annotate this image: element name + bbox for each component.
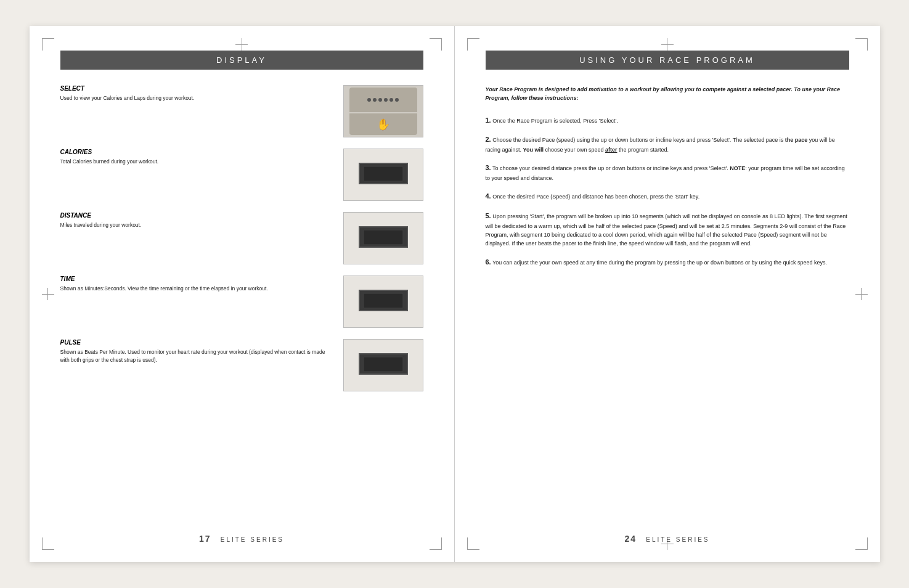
- led-5: [389, 98, 393, 102]
- distance-label: DISTANCE: [60, 212, 331, 219]
- display-item-select: SELECT Used to view your Calories and La…: [60, 85, 423, 137]
- calories-label: CALORIES: [60, 149, 331, 155]
- select-text: SELECT Used to view your Calories and La…: [60, 85, 331, 102]
- time-desc: Shown as Minutes:Seconds. View the time …: [60, 285, 331, 293]
- race-step-2: 2. Choose the desired Pace (speed) using…: [486, 134, 849, 154]
- step-2-num: 2.: [486, 136, 491, 143]
- left-page: DISPLAY SELECT Used to view your Calorie…: [30, 26, 455, 562]
- left-section-header: DISPLAY: [60, 51, 423, 70]
- display-item-distance: DISTANCE Miles traveled during your work…: [60, 212, 423, 264]
- page-container: DISPLAY SELECT Used to view your Calorie…: [0, 0, 909, 588]
- pulse-desc: Shown as Beats Per Minute. Used to monit…: [60, 348, 331, 364]
- crosshair-left: [42, 288, 54, 300]
- crosshair-top-right: [661, 38, 674, 51]
- time-console-image: [343, 276, 423, 328]
- distance-screen-inner: [363, 229, 403, 245]
- step-6-num: 6.: [486, 258, 491, 266]
- right-section-header: USING YOUR RACE PROGRAM: [486, 51, 849, 70]
- race-step-4: 4. Once the desired Pace (Speed) and dis…: [486, 191, 849, 202]
- calories-desc: Total Calories burned during your workou…: [60, 158, 331, 166]
- pulse-console-image: [343, 339, 423, 391]
- calories-text: CALORIES Total Calories burned during yo…: [60, 149, 331, 166]
- pulse-screen-inner: [363, 356, 403, 372]
- step-3-text: To choose your desired distance press th…: [486, 165, 845, 181]
- led-1: [367, 98, 371, 102]
- hand-icon: ✋: [377, 118, 390, 131]
- race-step-1: 1. Once the Race Program is selected, Pr…: [486, 115, 849, 126]
- race-step-3: 3. To choose your desired distance press…: [486, 163, 849, 182]
- book-spread: DISPLAY SELECT Used to view your Calorie…: [30, 26, 880, 562]
- right-page: USING YOUR RACE PROGRAM Your Race Progra…: [455, 26, 880, 562]
- led-3: [378, 98, 382, 102]
- race-intro: Your Race Program is designed to add mot…: [486, 85, 849, 103]
- pulse-text: PULSE Shown as Beats Per Minute. Used to…: [60, 339, 331, 364]
- corner-tl: [42, 38, 54, 51]
- crosshair-top-left: [235, 38, 248, 51]
- step-3-num: 3.: [486, 164, 491, 171]
- left-series-text: ELITE SERIES: [221, 536, 284, 543]
- distance-screen: [359, 226, 408, 248]
- display-item-pulse: PULSE Shown as Beats Per Minute. Used to…: [60, 339, 423, 391]
- left-page-footer: 17 ELITE SERIES: [30, 534, 454, 544]
- time-text: TIME Shown as Minutes:Seconds. View the …: [60, 276, 331, 293]
- race-step-5: 5. Upon pressing 'Start', the program wi…: [486, 211, 849, 248]
- distance-console-image: [343, 212, 423, 264]
- distance-text: DISTANCE Miles traveled during your work…: [60, 212, 331, 229]
- time-label: TIME: [60, 276, 331, 282]
- step-2-bold-2: You will: [523, 147, 544, 153]
- right-corner-tr: [855, 38, 868, 51]
- right-series-text: ELITE SERIES: [646, 536, 709, 543]
- right-corner-tl: [467, 38, 479, 51]
- select-bottom: ✋: [349, 113, 417, 135]
- display-item-calories: CALORIES Total Calories burned during yo…: [60, 149, 423, 201]
- step-6-text: You can adjust the your own speed at any…: [492, 259, 827, 266]
- select-top: [349, 88, 417, 112]
- step-2-bold-3: after: [605, 147, 618, 153]
- step-1-text: Once the Race Program is selected, Press…: [492, 118, 618, 124]
- time-screen: [359, 290, 408, 311]
- step-2-text: Choose the desired Pace (speed) using th…: [486, 137, 835, 153]
- left-page-number: 17: [199, 534, 211, 544]
- time-screen-inner: [363, 293, 403, 308]
- led-2: [373, 98, 377, 102]
- pulse-screen: [359, 353, 408, 375]
- step-4-text: Once the desired Pace (Speed) and distan…: [492, 194, 699, 200]
- display-item-time: TIME Shown as Minutes:Seconds. View the …: [60, 276, 423, 328]
- distance-desc: Miles traveled during your workout.: [60, 221, 331, 229]
- left-header-text: DISPLAY: [216, 55, 267, 65]
- step-2-bold-1: the pace: [785, 137, 808, 143]
- calories-screen-inner: [363, 166, 403, 181]
- calories-console-image: [343, 149, 423, 201]
- led-6: [395, 98, 399, 102]
- led-4: [384, 98, 388, 102]
- step-5-num: 5.: [486, 212, 491, 219]
- pulse-label: PULSE: [60, 339, 331, 346]
- corner-tr: [430, 38, 442, 51]
- step-3-note: NOTE: [730, 165, 745, 171]
- right-header-text: USING YOUR RACE PROGRAM: [579, 55, 755, 65]
- crosshair-right-center: [855, 288, 868, 300]
- step-5-text: Upon pressing 'Start', the program will …: [486, 213, 847, 247]
- step-1-num: 1.: [486, 116, 491, 124]
- right-page-footer: 24 ELITE SERIES: [455, 534, 880, 544]
- step-4-num: 4.: [486, 192, 491, 200]
- select-label: SELECT: [60, 85, 331, 92]
- right-page-number: 24: [625, 534, 637, 544]
- select-console-image: ✋: [343, 85, 423, 137]
- calories-screen: [359, 163, 408, 184]
- select-desc: Used to view your Calories and Laps duri…: [60, 94, 331, 102]
- race-step-6: 6. You can adjust the your own speed at …: [486, 257, 849, 268]
